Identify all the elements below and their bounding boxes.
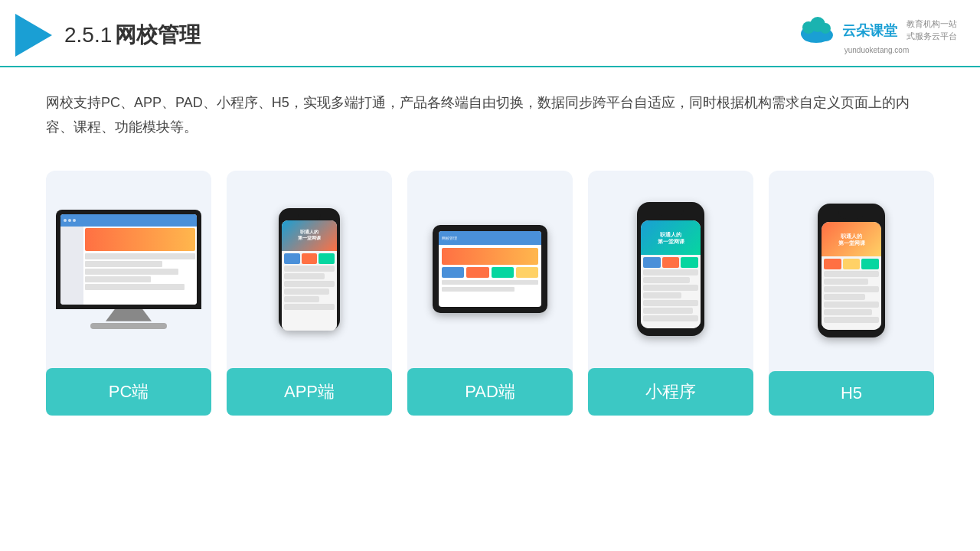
brand-logo: 云朵课堂 教育机构一站 式服务云平台 (796, 17, 957, 44)
card-pc: PC端 (46, 171, 211, 416)
card-app: 职通人的第一堂网课 (227, 171, 392, 416)
card-pad: 网校管理 (407, 171, 573, 416)
header-left: 2.5.1网校管理 (15, 14, 201, 57)
cards-container: PC端 职通人的第一堂网课 (46, 171, 934, 416)
header: 2.5.1网校管理 云朵课堂 教育机构一站 式服务云平台 yunduoketan… (0, 0, 980, 67)
card-miniprogram-image: 职通人的第一堂网课 (596, 186, 746, 353)
brand-area: 云朵课堂 教育机构一站 式服务云平台 yunduoketang.com (796, 17, 957, 54)
phone-app-icon: 职通人的第一堂网课 (279, 208, 340, 331)
phone-miniprogram-icon: 职通人的第一堂网课 (637, 202, 704, 336)
card-h5-label: H5 (769, 371, 934, 416)
pc-monitor-icon (56, 210, 201, 329)
card-pc-image (54, 186, 204, 353)
brand-tagline: 教育机构一站 式服务云平台 (906, 18, 957, 42)
phone-h5-icon: 职通人的第一堂网课 (818, 204, 885, 337)
svg-point-6 (820, 23, 831, 34)
title-text: 网校管理 (115, 23, 201, 47)
card-pad-image: 网校管理 (415, 186, 565, 353)
brand-url: yunduoketang.com (844, 46, 910, 54)
card-miniprogram: 职通人的第一堂网课 (588, 171, 753, 416)
card-app-label: APP端 (227, 368, 392, 416)
card-pc-label: PC端 (46, 368, 211, 416)
description-text: 网校支持PC、APP、PAD、小程序、H5，实现多端打通，产品各终端自由切换，数… (46, 90, 934, 140)
main-content: 网校支持PC、APP、PAD、小程序、H5，实现多端打通，产品各终端自由切换，数… (0, 67, 980, 431)
cloud-logo-icon (796, 17, 836, 44)
title-number: 2.5.1 (64, 23, 112, 47)
card-pad-label: PAD端 (407, 368, 573, 416)
card-h5: 职通人的第一堂网课 (769, 171, 934, 416)
tablet-pad-icon: 网校管理 (433, 225, 547, 313)
card-app-image: 职通人的第一堂网课 (234, 186, 384, 353)
card-miniprogram-label: 小程序 (588, 368, 753, 416)
card-h5-image: 职通人的第一堂网课 (776, 186, 926, 356)
page-title: 2.5.1网校管理 (64, 21, 201, 50)
logo-triangle-icon (15, 14, 52, 57)
brand-name: 云朵课堂 (842, 21, 897, 40)
